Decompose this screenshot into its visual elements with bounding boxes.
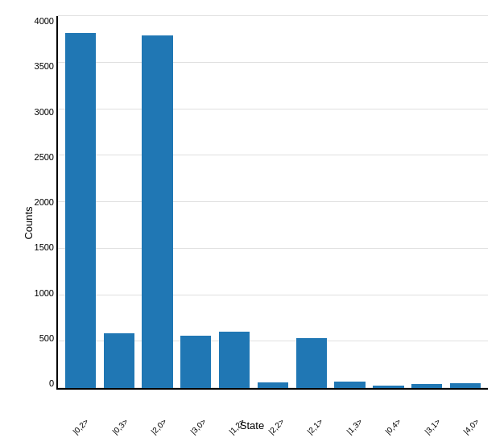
bar (450, 383, 481, 388)
bar-group (61, 16, 100, 388)
bar-group (292, 16, 331, 388)
bar-group (215, 16, 254, 388)
y-tick: 1500 (10, 242, 54, 252)
bar (65, 33, 96, 388)
bar (219, 332, 250, 388)
x-tick-label: |0,2> (64, 410, 97, 444)
y-tick: 0 (10, 378, 54, 388)
y-tick: 2000 (10, 197, 54, 207)
bar-group (446, 16, 485, 388)
bar-group (176, 16, 215, 388)
x-tick-label: |4,0> (455, 410, 489, 444)
bar-group (370, 16, 408, 388)
x-tick-label: |2,1> (298, 410, 332, 444)
bar-group (254, 16, 292, 388)
x-tick-label: |2,0> (142, 410, 176, 444)
bar (411, 384, 442, 388)
bar-group (331, 16, 370, 388)
bar (180, 336, 211, 388)
x-tick-labels: |0,2>|0,3>|2,0>|3,0>|1,2>|2,2>|2,1>|1,3>… (58, 419, 488, 432)
x-tick-label: |1,3> (337, 410, 371, 444)
x-tick-label: |1,2> (220, 410, 254, 444)
bar (296, 338, 327, 388)
y-tick: 500 (10, 333, 54, 343)
x-tick-label: |3,1> (415, 410, 449, 444)
bar (334, 382, 365, 388)
bar-group (407, 16, 446, 388)
chart-container: Counts State 050010001500200025003000350… (0, 0, 504, 446)
bar (373, 386, 403, 388)
bar (142, 35, 172, 388)
y-ticks: 05001000150020002500300035004000 (10, 16, 54, 388)
x-tick-label: |0,3> (103, 410, 137, 444)
bar (104, 333, 134, 388)
x-tick-label: |3,0> (181, 410, 215, 444)
y-tick: 3000 (10, 107, 54, 117)
y-tick: 4000 (10, 16, 54, 26)
y-tick: 3500 (10, 61, 54, 71)
x-tick-label: |0,4> (376, 410, 410, 444)
bar (258, 382, 288, 388)
bar-group (100, 16, 138, 388)
y-tick: 1000 (10, 288, 54, 298)
chart-area: 05001000150020002500300035004000 |0,2>|0… (56, 16, 488, 390)
x-tick-label: |2,2> (259, 410, 293, 444)
bars-wrapper (58, 16, 488, 388)
y-tick: 2500 (10, 152, 54, 162)
bar-group (138, 16, 177, 388)
